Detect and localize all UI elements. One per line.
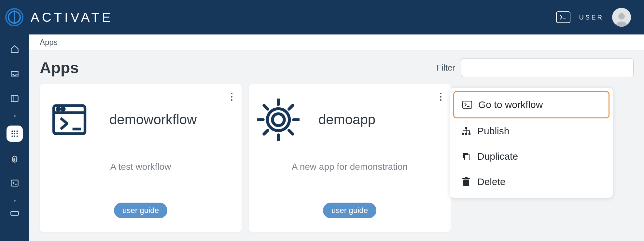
svg-rect-33 bbox=[469, 133, 470, 135]
ctx-go-to-workflow[interactable]: Go to workflow bbox=[453, 91, 609, 118]
svg-point-12 bbox=[11, 135, 13, 137]
svg-point-23 bbox=[57, 108, 60, 110]
svg-rect-31 bbox=[462, 133, 464, 135]
breadcrumb: Apps bbox=[29, 34, 644, 50]
app-card-title: demoapp bbox=[318, 112, 375, 127]
svg-rect-36 bbox=[463, 180, 469, 186]
sidebar-separator-2 bbox=[14, 200, 16, 202]
sidebar-apps-icon[interactable] bbox=[7, 126, 23, 142]
ctx-item-label: Delete bbox=[477, 176, 506, 187]
svg-rect-32 bbox=[465, 133, 467, 135]
app-card[interactable]: demoapp A new app for demonstration user… bbox=[249, 84, 451, 232]
sidebar-server-icon[interactable] bbox=[7, 210, 23, 217]
logo-icon bbox=[4, 7, 25, 28]
page-title: Apps bbox=[40, 59, 79, 77]
brand-name: ACTIVATE bbox=[31, 10, 113, 25]
ctx-delete[interactable]: Delete bbox=[453, 169, 609, 194]
svg-rect-4 bbox=[11, 96, 18, 102]
user-guide-button[interactable]: user guide bbox=[323, 203, 376, 218]
network-icon bbox=[461, 126, 471, 136]
context-menu: Go to workflow Publish Duplicate Delete bbox=[450, 88, 613, 198]
sidebar-inbox-icon[interactable] bbox=[7, 66, 23, 82]
sidebar-bug-icon[interactable] bbox=[7, 150, 23, 167]
svg-rect-30 bbox=[465, 127, 467, 129]
breadcrumb-text: Apps bbox=[40, 38, 58, 47]
ctx-publish[interactable]: Publish bbox=[453, 118, 609, 144]
svg-rect-35 bbox=[465, 155, 470, 160]
user-guide-button[interactable]: user guide bbox=[114, 203, 167, 218]
svg-rect-18 bbox=[11, 180, 18, 186]
svg-point-13 bbox=[14, 135, 15, 137]
copy-icon bbox=[461, 151, 471, 162]
svg-point-7 bbox=[14, 130, 15, 132]
ctx-item-label: Go to workflow bbox=[478, 99, 543, 110]
gear-icon bbox=[257, 99, 300, 141]
sidebar-terminal-icon[interactable] bbox=[7, 175, 23, 191]
app-card-desc: A test workflow bbox=[48, 162, 233, 172]
filter-input[interactable] bbox=[461, 58, 634, 77]
avatar[interactable] bbox=[612, 8, 631, 27]
workflow-icon bbox=[48, 99, 91, 141]
svg-point-24 bbox=[62, 108, 64, 110]
svg-point-10 bbox=[14, 133, 15, 134]
kebab-menu-icon[interactable] bbox=[229, 91, 234, 103]
svg-rect-38 bbox=[465, 177, 468, 178]
svg-point-11 bbox=[16, 133, 18, 134]
svg-point-6 bbox=[11, 130, 13, 132]
ctx-duplicate[interactable]: Duplicate bbox=[453, 144, 609, 169]
svg-rect-20 bbox=[11, 211, 18, 215]
kebab-menu-icon[interactable] bbox=[438, 91, 443, 103]
svg-point-26 bbox=[273, 114, 284, 126]
trash-icon bbox=[461, 177, 471, 187]
svg-rect-28 bbox=[463, 101, 472, 108]
terminal-icon bbox=[462, 100, 472, 110]
sidebar-separator bbox=[14, 115, 16, 117]
sidebar-panel-icon[interactable] bbox=[7, 90, 23, 107]
svg-point-27 bbox=[267, 109, 289, 131]
app-card[interactable]: demoworkflow A test workflow user guide bbox=[40, 84, 242, 232]
svg-point-14 bbox=[16, 135, 18, 137]
svg-point-3 bbox=[618, 13, 625, 20]
filter-label: Filter bbox=[436, 63, 455, 73]
terminal-icon[interactable] bbox=[556, 11, 570, 23]
user-label[interactable]: USER bbox=[579, 14, 604, 21]
svg-point-8 bbox=[16, 130, 18, 132]
svg-point-9 bbox=[11, 133, 13, 134]
sidebar-home-icon[interactable] bbox=[7, 41, 23, 57]
ctx-item-label: Publish bbox=[477, 126, 509, 137]
top-header: ACTIVATE USER bbox=[0, 0, 644, 34]
sidebar bbox=[0, 34, 29, 241]
ctx-item-label: Duplicate bbox=[477, 151, 518, 162]
app-card-title: demoworkflow bbox=[109, 112, 197, 127]
app-card-desc: A new app for demonstration bbox=[257, 162, 442, 172]
